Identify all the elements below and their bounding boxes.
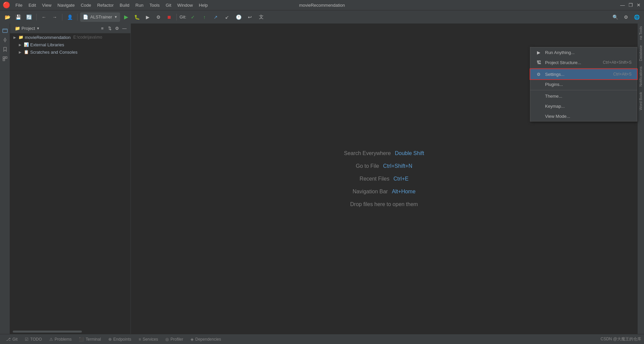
scratches-label: Scratches and Consoles xyxy=(30,50,77,55)
theme-icon xyxy=(536,93,542,99)
git-label: Git: xyxy=(179,14,186,19)
scratches-icon: 📋 xyxy=(23,49,29,55)
run-coverage-button[interactable]: ▶ xyxy=(143,12,152,22)
menu-tools[interactable]: Tools xyxy=(147,2,162,8)
sidebar-item-structure[interactable] xyxy=(1,54,9,63)
right-tab-na-tools[interactable]: na Tools xyxy=(638,23,644,43)
toolbar-separator-3 xyxy=(77,14,77,20)
run-button[interactable]: ▶ xyxy=(121,12,131,22)
settings-gear-button[interactable]: ⚙ xyxy=(621,12,631,22)
right-tab-notifications[interactable]: Notifications xyxy=(638,64,644,89)
toolbar-right: 🔍 ⚙ 🌐 xyxy=(610,12,641,22)
sync-button[interactable]: 🔄 xyxy=(24,12,34,22)
bottom-tab-services[interactable]: ≡ Services xyxy=(135,335,161,343)
dropdown-settings[interactable]: ⚙ Settings... Ctrl+Alt+S xyxy=(530,69,637,79)
dropdown-run-anything[interactable]: ▶ Run Anything... xyxy=(530,47,637,57)
sidebar-item-project[interactable] xyxy=(1,26,9,35)
run-with-options-button[interactable]: ⚙ xyxy=(154,12,163,22)
stop-button[interactable]: ⏹ xyxy=(164,12,174,22)
git-push-button[interactable]: ↑ xyxy=(200,12,209,22)
bottom-tab-git[interactable]: ⎇ Git xyxy=(3,335,21,343)
dropdown-plugins[interactable]: Plugins... xyxy=(530,79,637,89)
close-project-panel-button[interactable]: — xyxy=(121,25,128,32)
project-view-selector[interactable]: 📁 Project ▼ xyxy=(13,25,42,32)
minimize-button[interactable]: — xyxy=(620,2,625,8)
project-root-label: movieRecommendation xyxy=(25,35,71,40)
collapse-all-button[interactable]: ≡ xyxy=(99,25,106,32)
ext-lib-arrow: ▶ xyxy=(18,43,22,47)
project-settings-button[interactable]: ⚙ xyxy=(114,25,120,32)
bottom-tab-problems[interactable]: ⚠ Problems xyxy=(46,335,75,343)
git-fetch-button[interactable]: ↙ xyxy=(222,12,232,22)
external-libraries-item[interactable]: ▶ 📊 External Libraries xyxy=(10,41,130,48)
plugins-icon xyxy=(536,81,542,87)
git-translate-button[interactable]: 文 xyxy=(257,12,266,22)
dropdown-project-structure[interactable]: 🏗 Project Structure... Ctrl+Alt+Shift+S xyxy=(530,57,637,67)
project-panel-header: 📁 Project ▼ ≡ ⇅ ⚙ — xyxy=(10,23,130,34)
dropdown-separator-1 xyxy=(530,68,637,68)
editor-area: Search Everywhere Double Shift Go to Fil… xyxy=(131,23,637,334)
dropdown-keymap[interactable]: Keymap... xyxy=(530,101,637,111)
close-button[interactable]: ✕ xyxy=(636,2,641,8)
maximize-button[interactable]: ❐ xyxy=(628,2,633,8)
left-sidebar-icons xyxy=(0,23,10,334)
menu-git[interactable]: Git xyxy=(163,2,174,8)
menu-refactor[interactable]: Refactor xyxy=(95,2,116,8)
bottom-tab-profiler[interactable]: ◎ Profiler xyxy=(162,335,186,343)
problems-tab-icon: ⚠ xyxy=(49,337,53,342)
open-file-button[interactable]: 📂 xyxy=(3,12,12,22)
tools-dropdown-menu: ▶ Run Anything... 🏗 Project Structure...… xyxy=(530,47,637,121)
bottom-tab-todo[interactable]: ☑ TODO xyxy=(21,335,45,343)
menu-window[interactable]: Window xyxy=(175,2,196,8)
settings-icon: ⚙ xyxy=(536,71,542,77)
bottom-tab-endpoints[interactable]: ⊕ Endpoints xyxy=(105,335,135,343)
vcs-button[interactable]: 👤 xyxy=(65,12,74,22)
menu-view[interactable]: View xyxy=(39,2,54,8)
back-button[interactable]: ← xyxy=(39,12,49,22)
view-mode-icon xyxy=(536,113,542,119)
search-everywhere-label: Search Everywhere xyxy=(344,150,391,156)
expand-all-button[interactable]: ⇅ xyxy=(106,25,113,32)
run-config-selector[interactable]: 📄 ALSTrainer ▼ xyxy=(80,12,120,22)
plugins-label: Plugins... xyxy=(545,82,628,87)
intellij-icon[interactable]: 🌐 xyxy=(632,12,641,22)
nav-bar-label: Navigation Bar xyxy=(353,189,388,195)
git-rollback-button[interactable]: ↩ xyxy=(245,12,255,22)
bottom-tab-terminal[interactable]: ⬛ Terminal xyxy=(75,335,104,343)
menu-help[interactable]: Help xyxy=(196,2,211,8)
menu-navigate[interactable]: Navigate xyxy=(55,2,77,8)
menu-code[interactable]: Code xyxy=(78,2,94,8)
scratches-arrow: ▶ xyxy=(18,50,22,54)
bottom-tab-dependencies[interactable]: ◈ Dependencies xyxy=(187,335,224,343)
menu-file[interactable]: File xyxy=(13,2,25,8)
dropdown-theme[interactable]: Theme... xyxy=(530,91,637,101)
git-pull-button[interactable]: ↗ xyxy=(211,12,220,22)
todo-tab-icon: ☑ xyxy=(25,337,29,342)
project-structure-icon: 🏗 xyxy=(536,59,542,65)
menu-run[interactable]: Run xyxy=(133,2,146,8)
menu-edit[interactable]: Edit xyxy=(26,2,39,8)
git-update-button[interactable]: ✓ xyxy=(188,12,198,22)
git-history-button[interactable]: 🕐 xyxy=(234,12,243,22)
sidebar-item-bookmarks[interactable] xyxy=(1,45,9,54)
terminal-tab-icon: ⬛ xyxy=(79,337,84,342)
scratches-consoles-item[interactable]: ▶ 📋 Scratches and Consoles xyxy=(10,48,130,56)
search-everywhere-button[interactable]: 🔍 xyxy=(610,12,620,22)
dependencies-tab-label: Dependencies xyxy=(195,337,221,342)
shortcut-recent-files: Recent Files Ctrl+E xyxy=(360,176,409,182)
dropdown-view-mode[interactable]: View Mode... xyxy=(530,111,637,121)
project-scrollbar[interactable] xyxy=(13,331,82,333)
right-tab-database[interactable]: Database xyxy=(638,43,644,64)
dependencies-tab-icon: ◈ xyxy=(191,337,194,342)
run-anything-icon: ▶ xyxy=(536,49,542,55)
sidebar-item-commit[interactable] xyxy=(1,36,9,44)
toolbar: 📂 💾 🔄 ← → 👤 📄 ALSTrainer ▼ ▶ 🐛 ▶ ⚙ ⏹ Git… xyxy=(0,10,644,23)
forward-button[interactable]: → xyxy=(50,12,59,22)
save-button[interactable]: 💾 xyxy=(13,12,23,22)
problems-tab-label: Problems xyxy=(55,337,72,342)
project-root-item[interactable]: ▶ 📁 movieRecommendation E:\code\java\mo xyxy=(10,34,130,41)
menu-build[interactable]: Build xyxy=(117,2,132,8)
shortcut-go-to-file: Go to File Ctrl+Shift+N xyxy=(356,163,413,169)
debug-button[interactable]: 🐛 xyxy=(132,12,142,22)
right-tab-word-book[interactable]: Word Book xyxy=(638,89,644,113)
